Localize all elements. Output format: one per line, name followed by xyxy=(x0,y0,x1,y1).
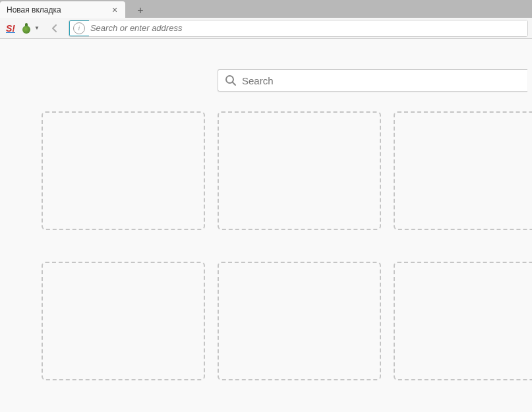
chevron-down-icon[interactable]: ▼ xyxy=(34,25,40,31)
tab-title: Новая вкладка xyxy=(7,5,61,15)
top-site-tile[interactable] xyxy=(394,262,532,380)
top-site-tile[interactable] xyxy=(218,262,381,380)
back-button[interactable] xyxy=(46,20,63,37)
close-tab-icon[interactable]: × xyxy=(109,5,120,15)
top-site-tile[interactable] xyxy=(394,111,532,230)
top-site-tile[interactable] xyxy=(218,111,381,230)
search-icon xyxy=(225,74,237,86)
arrow-left-icon xyxy=(49,23,60,34)
toolbar: S! ▼ i xyxy=(0,18,532,39)
top-sites-grid xyxy=(42,111,532,380)
top-site-tile[interactable] xyxy=(42,262,205,380)
browser-tab[interactable]: Новая вкладка × xyxy=(0,1,125,18)
extension-s-icon[interactable]: S! xyxy=(4,22,17,35)
new-tab-content xyxy=(0,39,532,380)
svg-line-1 xyxy=(233,82,235,85)
search-input[interactable] xyxy=(242,75,521,86)
tab-strip: Новая вкладка × + xyxy=(0,0,532,18)
address-input[interactable] xyxy=(89,20,527,36)
info-icon[interactable]: i xyxy=(73,22,85,34)
new-tab-button[interactable]: + xyxy=(132,3,149,18)
top-site-tile[interactable] xyxy=(42,111,205,230)
url-bar[interactable]: i xyxy=(69,20,528,37)
tor-onion-icon[interactable] xyxy=(20,22,33,35)
search-bar[interactable] xyxy=(218,69,527,92)
